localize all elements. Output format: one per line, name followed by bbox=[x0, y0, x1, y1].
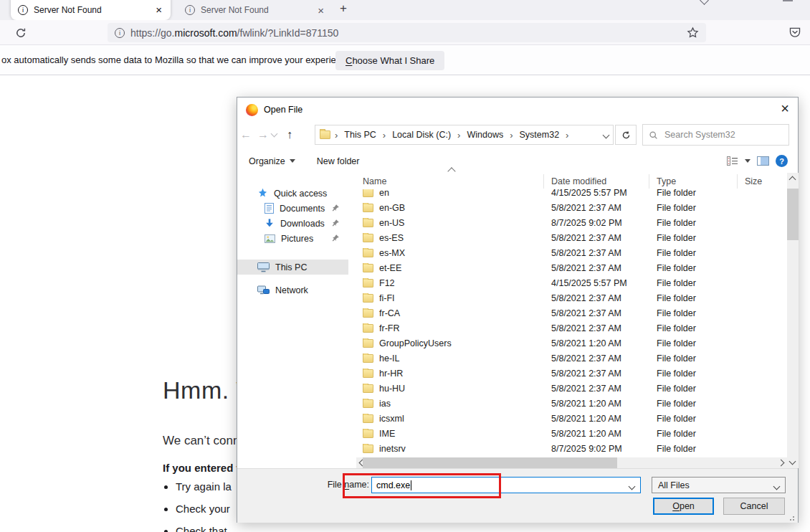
file-row[interactable]: en-US 8/7/2025 9:02 PM File folder bbox=[356, 215, 786, 230]
file-row[interactable]: ias 5/8/2021 1:20 AM File folder bbox=[356, 396, 786, 411]
column-header-date-modified[interactable]: Date modified bbox=[544, 174, 649, 189]
file-row[interactable]: fi-FI 5/8/2021 2:37 AM File folder bbox=[356, 290, 786, 305]
file-row[interactable]: es-ES 5/8/2021 2:37 AM File folder bbox=[356, 230, 786, 245]
reload-button[interactable] bbox=[11, 24, 30, 42]
file-name-dropdown-icon[interactable] bbox=[629, 483, 636, 490]
file-row[interactable]: icsxml 5/8/2021 1:20 AM File folder bbox=[356, 411, 786, 426]
recent-locations-chevron-icon[interactable] bbox=[271, 130, 278, 138]
up-arrow-icon[interactable]: ↑ bbox=[281, 128, 298, 141]
folder-icon bbox=[363, 234, 373, 242]
sidebar-item-downloads[interactable]: Downloads bbox=[237, 216, 348, 231]
file-row[interactable]: GroupPolicyUsers 5/8/2021 1:20 AM File f… bbox=[356, 336, 786, 351]
breadcrumb-windows[interactable]: Windows bbox=[464, 130, 505, 140]
search-box[interactable] bbox=[642, 124, 789, 146]
breadcrumb-system32[interactable]: System32 bbox=[518, 130, 562, 140]
list-all-tabs-icon[interactable] bbox=[700, 0, 709, 5]
dialog-title-bar[interactable]: Open File bbox=[237, 98, 798, 122]
file-row[interactable]: inetsrv 8/7/2025 9:02 PM File folder bbox=[356, 441, 786, 456]
file-row[interactable]: en 4/15/2025 5:57 PM File folder bbox=[356, 189, 786, 200]
open-file-dialog: Open File × ← → ↑ › This PC › Local Disk… bbox=[237, 97, 799, 523]
horizontal-scrollbar[interactable] bbox=[356, 457, 787, 468]
folder-icon bbox=[363, 414, 373, 423]
address-dropdown-chevron-icon[interactable] bbox=[603, 131, 610, 138]
views-list-icon[interactable] bbox=[727, 156, 738, 166]
open-button[interactable]: Open bbox=[653, 498, 714, 515]
file-row[interactable]: fr-CA 5/8/2021 2:37 AM File folder bbox=[356, 305, 786, 320]
file-row[interactable]: F12 4/15/2025 5:57 PM File folder bbox=[356, 275, 786, 290]
sidebar-item-quick-access[interactable]: Quick access bbox=[237, 186, 348, 201]
file-type-cell: File folder bbox=[649, 218, 738, 228]
file-date-cell: 5/8/2021 1:20 AM bbox=[544, 429, 649, 439]
file-type-cell: File folder bbox=[649, 189, 738, 198]
site-info-icon[interactable]: i bbox=[115, 28, 125, 38]
column-header-type[interactable]: Type bbox=[649, 174, 738, 189]
cancel-button[interactable]: Cancel bbox=[723, 498, 785, 515]
sidebar-item-documents[interactable]: Documents bbox=[237, 201, 348, 216]
choose-what-i-share-button[interactable]: Choose What I Share bbox=[335, 51, 444, 70]
file-type-cell: File folder bbox=[649, 323, 738, 333]
tab-close-icon[interactable]: × bbox=[154, 4, 163, 16]
address-folder-icon bbox=[320, 130, 330, 139]
back-arrow-icon[interactable]: ← bbox=[237, 128, 254, 141]
file-list: en 4/15/2025 5:57 PM File folder en-GB 5… bbox=[356, 189, 786, 457]
folder-icon bbox=[363, 309, 373, 318]
preview-pane-icon[interactable] bbox=[757, 156, 769, 166]
column-header-name[interactable]: Name bbox=[356, 174, 544, 189]
file-row[interactable]: hr-HR 5/8/2021 2:37 AM File folder bbox=[356, 366, 786, 381]
url-text: https://go.microsoft.com/fwlink/?LinkId=… bbox=[130, 27, 681, 39]
file-name-cell: IME bbox=[356, 429, 544, 439]
file-row[interactable]: en-GB 5/8/2021 2:37 AM File folder bbox=[356, 200, 786, 215]
page-info-icon: i bbox=[185, 5, 195, 15]
tab-close-icon[interactable]: × bbox=[316, 4, 325, 16]
window-minimize-icon[interactable] bbox=[783, 0, 793, 1]
file-row[interactable]: hu-HU 5/8/2021 2:37 AM File folder bbox=[356, 381, 786, 396]
sidebar-item-pictures[interactable]: Pictures bbox=[237, 231, 348, 246]
breadcrumb-local-disk-c[interactable]: Local Disk (C:) bbox=[390, 130, 453, 140]
bookmark-star-icon[interactable] bbox=[687, 27, 699, 39]
scroll-down-icon[interactable] bbox=[789, 458, 796, 465]
file-name-cell: F12 bbox=[356, 278, 544, 288]
tab-server-not-found-1[interactable]: i Server Not Found × bbox=[11, 0, 171, 20]
reload-icon bbox=[15, 27, 27, 39]
file-row[interactable]: IME 5/8/2021 1:20 AM File folder bbox=[356, 426, 786, 441]
sidebar-item-this-pc[interactable]: This PC bbox=[237, 260, 348, 275]
page-info-icon: i bbox=[18, 5, 28, 15]
file-type-cell: File folder bbox=[649, 233, 738, 243]
breadcrumb[interactable]: › This PC › Local Disk (C:) › Windows › … bbox=[315, 125, 614, 145]
new-folder-button[interactable]: New folder bbox=[317, 156, 360, 166]
tab-bar: i Server Not Found × i Server Not Found … bbox=[0, 0, 810, 20]
column-header-size[interactable]: Size bbox=[738, 174, 782, 189]
file-date-cell: 5/8/2021 2:37 AM bbox=[544, 293, 649, 303]
resize-grip[interactable] bbox=[789, 514, 796, 521]
help-icon[interactable]: ? bbox=[776, 155, 788, 167]
horizontal-scrollbar-thumb[interactable] bbox=[363, 457, 617, 468]
file-type-cell: File folder bbox=[649, 338, 738, 348]
refresh-button[interactable] bbox=[615, 125, 637, 145]
forward-arrow-icon[interactable]: → bbox=[254, 128, 272, 141]
search-input[interactable] bbox=[663, 129, 771, 141]
file-row[interactable]: et-EE 5/8/2021 2:37 AM File folder bbox=[356, 260, 786, 275]
vertical-scrollbar-thumb[interactable] bbox=[787, 189, 799, 240]
sidebar-item-network[interactable]: Network bbox=[237, 282, 348, 298]
scroll-right-icon[interactable] bbox=[778, 460, 785, 467]
tab-server-not-found-2[interactable]: i Server Not Found × bbox=[178, 0, 333, 20]
sidebar-item-label: This PC bbox=[275, 262, 307, 272]
folder-icon bbox=[363, 204, 373, 212]
breadcrumb-this-pc[interactable]: This PC bbox=[342, 130, 378, 140]
vertical-scrollbar[interactable] bbox=[787, 173, 799, 468]
url-bar[interactable]: i https://go.microsoft.com/fwlink/?LinkI… bbox=[108, 23, 706, 42]
organize-button[interactable]: Organize bbox=[249, 156, 295, 166]
new-tab-button[interactable]: + bbox=[340, 1, 347, 16]
file-date-cell: 5/8/2021 2:37 AM bbox=[544, 323, 649, 333]
file-date-cell: 5/8/2021 1:20 AM bbox=[544, 399, 649, 409]
dialog-close-icon[interactable]: × bbox=[781, 101, 789, 115]
file-type-cell: File folder bbox=[649, 414, 738, 424]
views-dropdown-icon[interactable] bbox=[745, 159, 751, 163]
file-row[interactable]: he-IL 5/8/2021 2:37 AM File folder bbox=[356, 351, 786, 366]
pocket-icon[interactable] bbox=[788, 26, 801, 39]
file-row[interactable]: es-MX 5/8/2021 2:37 AM File folder bbox=[356, 245, 786, 260]
file-type-cell: File folder bbox=[649, 203, 738, 213]
file-type-select[interactable]: All Files bbox=[652, 477, 786, 493]
file-row[interactable]: fr-FR 5/8/2021 2:37 AM File folder bbox=[356, 320, 786, 336]
scroll-up-icon[interactable] bbox=[789, 176, 796, 184]
